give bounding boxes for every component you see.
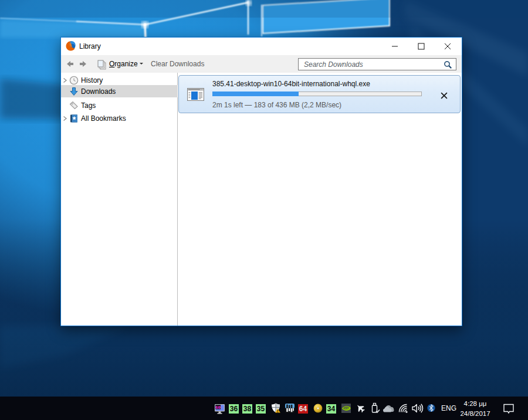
svg-text:60: 60 xyxy=(215,405,221,410)
